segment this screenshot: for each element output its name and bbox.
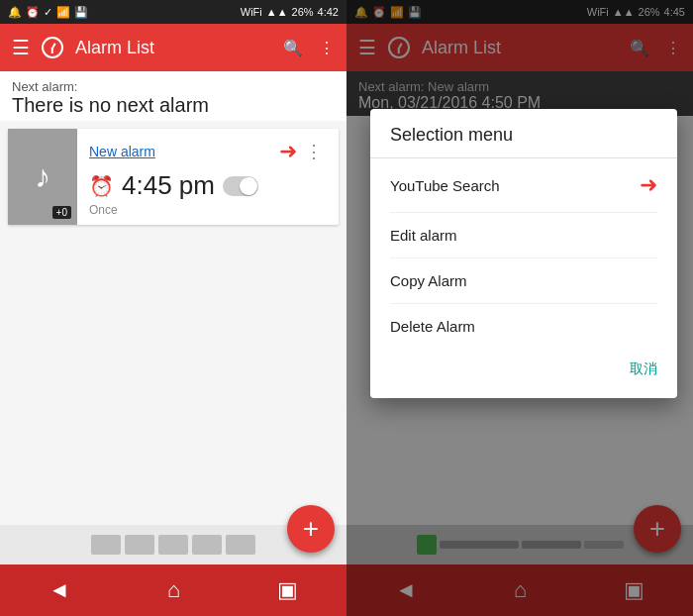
ad-block-1 bbox=[91, 535, 121, 555]
wifi-icon: WiFi bbox=[241, 6, 262, 18]
app-title: Alarm List bbox=[75, 38, 271, 58]
ad-content bbox=[91, 535, 255, 555]
alarm-card-content: New alarm ➜ ⋮ ⏰ 4:45 pm Once bbox=[77, 129, 339, 225]
recent-nav-icon[interactable]: ▣ bbox=[277, 577, 298, 603]
signal-icon: 📶 bbox=[56, 6, 70, 19]
next-alarm-value: There is no next alarm bbox=[12, 94, 335, 117]
app-title-text: Alarm List bbox=[75, 38, 154, 58]
dialog-title: Selection menu bbox=[370, 109, 677, 158]
youtube-search-label: YouTube Search bbox=[390, 177, 500, 194]
next-alarm-label: Next alarm: bbox=[12, 79, 335, 94]
dialog-item-copy[interactable]: Copy Alarm bbox=[370, 258, 677, 303]
left-status-right: WiFi ▲▲ 26% 4:42 bbox=[241, 6, 339, 18]
menu-icon[interactable]: ☰ bbox=[12, 36, 30, 59]
alarm-card[interactable]: ♪ +0 New alarm ➜ ⋮ ⏰ 4:45 pm Once bbox=[8, 129, 339, 225]
signal-bars-icon: ▲▲ bbox=[266, 6, 288, 18]
dialog-cancel-button[interactable]: 取消 bbox=[370, 349, 677, 390]
music-note-icon: ♪ bbox=[35, 158, 50, 195]
alarm-bell-icon: ⏰ bbox=[89, 174, 114, 198]
ad-block-5 bbox=[226, 535, 255, 555]
dialog-item-youtube[interactable]: YouTube Search ➜ bbox=[370, 158, 677, 212]
search-icon[interactable]: 🔍 bbox=[283, 39, 303, 57]
copy-alarm-label: Copy Alarm bbox=[390, 272, 467, 289]
red-arrow-youtube: ➜ bbox=[640, 172, 657, 198]
ad-block-4 bbox=[192, 535, 222, 555]
ad-block-2 bbox=[125, 535, 154, 555]
alarm-more-icon[interactable]: ⋮ bbox=[301, 137, 327, 166]
left-next-alarm: Next alarm: There is no next alarm bbox=[0, 71, 346, 121]
alarm-status-icon: 🔔 bbox=[8, 6, 22, 19]
clock-minute-hand bbox=[51, 48, 53, 53]
battery-percent: 26% bbox=[292, 6, 314, 18]
left-panel: 🔔 ⏰ ✓ 📶 💾 WiFi ▲▲ 26% 4:42 ☰ Alarm List … bbox=[0, 0, 346, 616]
plus-badge: +0 bbox=[52, 206, 71, 219]
delete-alarm-label: Delete Alarm bbox=[390, 318, 475, 335]
clock-status-icon: ⏰ bbox=[26, 6, 40, 19]
left-status-icons: 🔔 ⏰ ✓ 📶 💾 bbox=[8, 6, 88, 19]
right-panel: 🔔 ⏰ 📶 💾 WiFi ▲▲ 26% 4:45 ☰ Alarm List 🔍 … bbox=[346, 0, 693, 616]
check-status-icon: ✓ bbox=[44, 6, 52, 19]
dialog-item-delete[interactable]: Delete Alarm bbox=[370, 304, 677, 349]
selection-menu-dialog: Selection menu YouTube Search ➜ Edit ala… bbox=[370, 109, 677, 398]
time-display: 4:42 bbox=[318, 6, 339, 18]
more-options-icon[interactable]: ⋮ bbox=[319, 39, 335, 57]
alarm-toggle[interactable] bbox=[223, 176, 258, 196]
alarm-time-row: ⏰ 4:45 pm bbox=[89, 170, 327, 201]
alarm-time: 4:45 pm bbox=[122, 170, 215, 201]
edit-alarm-label: Edit alarm bbox=[390, 227, 457, 244]
home-nav-icon[interactable]: ⌂ bbox=[167, 577, 180, 603]
alarm-repeat: Once bbox=[89, 203, 327, 217]
back-nav-icon[interactable]: ◄ bbox=[49, 577, 70, 603]
red-arrow-icon: ➜ bbox=[279, 139, 297, 164]
add-alarm-fab[interactable]: + bbox=[287, 505, 335, 553]
dialog-item-edit[interactable]: Edit alarm bbox=[370, 213, 677, 257]
left-status-bar: 🔔 ⏰ ✓ 📶 💾 WiFi ▲▲ 26% 4:42 bbox=[0, 0, 346, 24]
left-app-bar: ☰ Alarm List 🔍 ⋮ bbox=[0, 24, 346, 71]
sd-icon: 💾 bbox=[74, 6, 88, 19]
ad-block-3 bbox=[158, 535, 188, 555]
alarm-card-header: New alarm ➜ ⋮ bbox=[89, 137, 327, 166]
left-bottom-nav: ◄ ⌂ ▣ bbox=[0, 565, 346, 616]
alarm-name[interactable]: New alarm bbox=[89, 144, 155, 159]
app-clock-icon bbox=[42, 37, 63, 58]
alarm-thumb: ♪ +0 bbox=[8, 129, 77, 225]
app-bar-icons: 🔍 ⋮ bbox=[283, 39, 335, 57]
